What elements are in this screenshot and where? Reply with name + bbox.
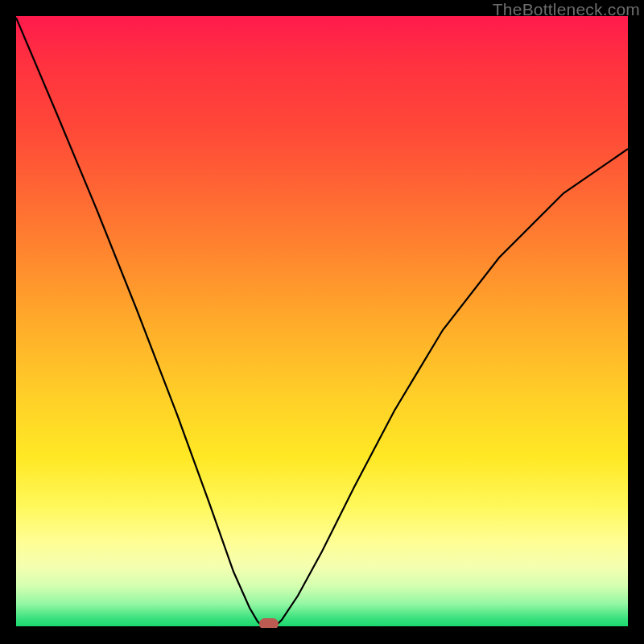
plot-area bbox=[16, 16, 628, 628]
bottleneck-curve bbox=[16, 16, 628, 628]
curve-left-branch bbox=[16, 18, 266, 628]
curve-right-branch bbox=[274, 149, 628, 628]
optimal-point-marker bbox=[259, 618, 279, 628]
